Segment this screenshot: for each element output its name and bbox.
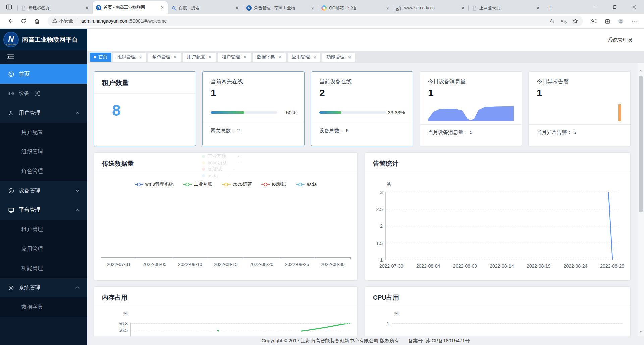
chart-title: 告警统计 <box>373 159 622 168</box>
maximize-button[interactable] <box>605 0 625 14</box>
security-warning[interactable]: 不安全 <box>52 18 73 24</box>
stat-value: 2 <box>319 87 405 99</box>
browser-tab[interactable]: 新建标签页✕ <box>17 2 93 14</box>
tab-close-icon[interactable]: ✕ <box>84 5 90 11</box>
page-tab-数据字典[interactable]: 数据字典✕ <box>253 53 286 62</box>
back-icon[interactable] <box>5 16 15 26</box>
gear-icon <box>8 285 14 291</box>
legend-item-asda[interactable]: asda <box>296 182 317 187</box>
refresh-icon[interactable] <box>18 16 29 26</box>
collapse-menu-icon[interactable] <box>7 54 14 61</box>
sidebar-item-用户管理[interactable]: 用户管理 <box>0 103 87 123</box>
divider <box>365 307 630 307</box>
collections-icon[interactable] <box>602 16 612 26</box>
tab-close-icon[interactable]: ✕ <box>310 5 315 11</box>
axis-tick <box>172 258 172 259</box>
x-axis-label: 2022-08-24 <box>564 263 588 269</box>
page-tab-角色管理[interactable]: 角色管理✕ <box>148 53 181 62</box>
sidebar-item-设备管理[interactable]: 设备管理 <box>0 181 87 200</box>
content-area: 租户数量8当前网关在线150%网关总数： 2当前设备在线233.33%设备总数：… <box>87 63 644 345</box>
security-label: 不安全 <box>59 18 73 24</box>
x-axis-label: 2022-07-30 <box>379 263 404 269</box>
favorites-bar-icon[interactable] <box>588 16 599 26</box>
page-tab-组织管理[interactable]: 组织管理✕ <box>113 53 146 62</box>
sidebar-item-应用管理[interactable]: 应用管理 <box>0 239 87 259</box>
tab-close-icon[interactable]: ✕ <box>234 5 240 11</box>
browser-tab[interactable]: QQ邮箱 - 写信✕ <box>318 2 393 14</box>
translate-icon[interactable]: aあ <box>558 16 569 26</box>
page-tab-用户配置[interactable]: 用户配置✕ <box>183 53 216 62</box>
profile-avatar-icon[interactable] <box>615 16 626 26</box>
sidebar-item-平台管理[interactable]: 平台管理 <box>0 200 87 220</box>
browser-tab[interactable]: N角色管理 - 南高工业物✕ <box>243 2 318 14</box>
new-tab-button[interactable]: + <box>545 2 555 12</box>
url-text[interactable]: admin.nangaoyun.com:50081/#/welcome <box>81 18 167 24</box>
sidebar-item-数据字典[interactable]: 数据字典 <box>0 297 87 317</box>
page-tab-label: 数据字典 <box>257 54 275 60</box>
close-icon[interactable]: ✕ <box>208 55 212 60</box>
charts-row-1: 传送数据量 工业互联-coco奶茶-iot测试-asda- wms管理系统工业互… <box>94 152 631 281</box>
page-tab-label: 角色管理 <box>152 54 170 60</box>
close-window-button[interactable] <box>625 0 644 14</box>
app-topbar: 系统管理员 <box>87 29 644 51</box>
page-tab-首页[interactable]: 首页 <box>90 53 111 62</box>
current-user[interactable]: 系统管理员 <box>607 37 633 43</box>
close-icon[interactable]: ✕ <box>347 55 351 60</box>
address-bar-actions: A aあ <box>547 16 580 26</box>
y-axis-unit: % <box>123 311 127 316</box>
grid-line: 1 <box>392 323 622 324</box>
active-tab-dot <box>94 56 96 58</box>
browser-tab-title: 上网登录页 <box>479 5 533 11</box>
sidebar-item-label: 数据字典 <box>21 304 43 311</box>
browser-tab[interactable]: N首页 - 南高工业物联网✕ <box>93 1 168 14</box>
sidebar-item-设备一览[interactable]: 设备一览 <box>0 84 87 103</box>
legend-item-coco奶茶[interactable]: coco奶茶 <box>222 181 252 187</box>
scroll-down-icon[interactable]: ▼ <box>638 329 644 334</box>
divider <box>529 124 630 125</box>
read-aloud-icon[interactable]: A <box>547 16 557 26</box>
axis-tick <box>101 258 101 259</box>
close-icon[interactable]: ✕ <box>278 55 282 60</box>
sidebar-item-组织管理[interactable]: 组织管理 <box>0 142 87 161</box>
sidebar-item-label: 首页 <box>19 71 30 78</box>
tab-actions-icon[interactable] <box>4 2 14 12</box>
page-tab-功能管理[interactable]: 功能管理✕ <box>322 53 355 62</box>
legend-item-wms管理系统[interactable]: wms管理系统 <box>135 181 174 187</box>
y-axis-label: 56.5 <box>119 328 128 333</box>
sidebar-item-用户配置[interactable]: 用户配置 <box>0 123 87 142</box>
sidebar-item-租户管理[interactable]: 租户管理 <box>0 220 87 239</box>
close-icon[interactable]: ✕ <box>313 55 317 60</box>
sidebar-item-首页[interactable]: 首页 <box>0 64 87 84</box>
minimize-button[interactable] <box>586 0 605 14</box>
scrollbar-thumb[interactable] <box>639 76 643 212</box>
scroll-up-icon[interactable]: ▲ <box>638 68 644 73</box>
close-icon[interactable]: ✕ <box>173 55 177 60</box>
browser-tab[interactable]: 百度 - 搜索✕ <box>168 2 243 14</box>
address-bar[interactable]: 不安全 admin.nangaoyun.com:50081/#/welcome … <box>48 16 583 26</box>
tab-close-icon[interactable]: ✕ <box>460 5 466 11</box>
qq-mail-favicon <box>321 5 327 11</box>
page-tab-租户管理[interactable]: 租户管理✕ <box>218 53 251 62</box>
sidebar-item-功能管理[interactable]: 功能管理 <box>0 259 87 278</box>
stat-card-当前网关在线: 当前网关在线150%网关总数： 2 <box>202 71 305 146</box>
icp-text: 备案号: 苏ICP备18015471号 <box>408 338 470 344</box>
sidebar-item-系统管理[interactable]: 系统管理 <box>0 278 87 297</box>
close-icon[interactable]: ✕ <box>139 55 142 60</box>
home-icon[interactable] <box>32 16 42 26</box>
y-axis-label: 2.5 <box>376 207 383 212</box>
legend-item-工业互联[interactable]: 工业互联 <box>183 181 213 187</box>
tab-close-icon[interactable]: ✕ <box>535 5 541 11</box>
settings-more-icon[interactable] <box>629 16 639 26</box>
browser-tab[interactable]: ✕www.seu.edu.cn✕ <box>393 2 468 14</box>
close-icon[interactable]: ✕ <box>243 55 247 60</box>
stat-value: 1 <box>428 87 514 99</box>
progress-percent: 33.33% <box>386 110 405 115</box>
favorite-star-icon[interactable] <box>570 16 580 26</box>
browser-tab[interactable]: 上网登录页✕ <box>468 2 543 14</box>
tab-close-icon[interactable]: ✕ <box>159 5 165 10</box>
page-tab-应用管理[interactable]: 应用管理✕ <box>288 53 321 62</box>
legend-item-iot测试[interactable]: iot测试 <box>261 181 286 187</box>
tab-close-icon[interactable]: ✕ <box>385 5 390 11</box>
sidebar-item-角色管理[interactable]: 角色管理 <box>0 161 87 181</box>
content-scrollbar[interactable]: ▲ ▼ <box>638 63 644 336</box>
